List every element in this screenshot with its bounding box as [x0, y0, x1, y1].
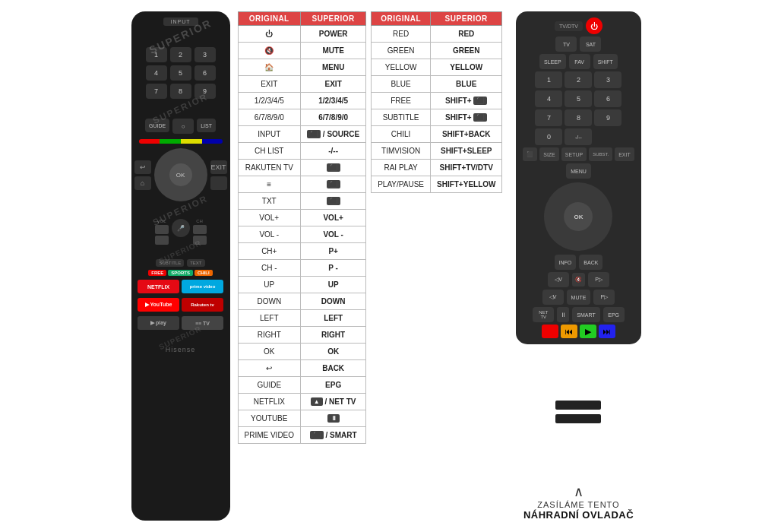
tv-sat-row: TV SAT: [555, 36, 601, 52]
vol-row-2: ◁V MUTE P▷: [542, 290, 615, 305]
rr-num-0[interactable]: 0: [535, 128, 562, 145]
num-8[interactable]: 8: [170, 84, 191, 99]
num-4[interactable]: 4: [146, 65, 167, 81]
pause-icon-btn[interactable]: ⏸: [557, 307, 569, 322]
sleep-btn[interactable]: SLEEP: [539, 54, 566, 69]
rr-num-8[interactable]: 8: [565, 109, 592, 126]
rr-num-5[interactable]: 5: [565, 90, 592, 107]
table-row: BLUEBLUE: [372, 76, 502, 93]
list-button[interactable]: LIST: [197, 119, 216, 132]
red-btn-rr[interactable]: [542, 325, 558, 338]
circle-btn[interactable]: ○: [172, 119, 194, 134]
tv-btn[interactable]: ≡≡ TV: [182, 316, 223, 330]
color-row-rr: ⏮ ▶ ⏭: [542, 325, 615, 338]
chili-btn[interactable]: CHILI: [194, 270, 213, 276]
ok-btn-rr[interactable]: OK: [564, 202, 593, 231]
source-btn[interactable]: ⬛: [523, 147, 537, 161]
right-section: TV/DTV ⏻ TV SAT SLEEP FAV SHIFT 1 2 3 4 …: [510, 11, 647, 521]
left-remote: INPUT SUPERIOR 1 2 3 4 5 6 7 8 9 SUPERIO…: [131, 11, 230, 521]
rr-num-6[interactable]: 6: [594, 90, 621, 107]
info-btn[interactable]: INFO: [555, 255, 577, 270]
ok-button[interactable]: OK: [169, 163, 192, 186]
youtube-btn[interactable]: ▶ YouTube: [138, 298, 179, 312]
mic-btn[interactable]: 🎤: [172, 219, 190, 237]
play-btn[interactable]: ▶ play: [138, 316, 179, 330]
table-row: FREESHIFT+ ⬛: [372, 93, 502, 109]
table-row: GREENGREEN: [372, 43, 502, 59]
table-row: YELLOWYELLOW: [372, 59, 502, 76]
tv-btn-rr[interactable]: TV: [555, 36, 577, 52]
exit-btn-lr[interactable]: EXIT: [210, 160, 227, 174]
setup-btn[interactable]: SETUP: [561, 147, 587, 161]
shift-btn[interactable]: SHIFT: [593, 54, 618, 69]
menu-source-row: MENU: [566, 163, 591, 179]
menu-btn-rr[interactable]: MENU: [566, 163, 591, 179]
smart-btn[interactable]: SMART: [572, 307, 599, 322]
table-row: 🔇MUTE: [238, 43, 366, 59]
rr-num-3[interactable]: 3: [594, 71, 621, 88]
pg-up-2[interactable]: P▷: [593, 290, 615, 305]
fav-btn[interactable]: FAV: [569, 54, 590, 69]
rr-num-1[interactable]: 1: [535, 71, 562, 88]
zasílame-text: ZASÍLÁME TENTO: [523, 500, 634, 509]
table-row: 🏠MENU: [238, 59, 366, 76]
rr-num-dash[interactable]: -/--: [565, 128, 592, 145]
rakuten-btn[interactable]: Rakuten tv: [182, 298, 223, 312]
size-btn[interactable]: SIZE: [539, 147, 559, 161]
vol-down-1[interactable]: ◁V: [548, 272, 569, 287]
blue-btn-rr[interactable]: ⏭: [599, 325, 615, 338]
power-button[interactable]: ⏻: [586, 17, 602, 34]
home-btn[interactable]: ⌂: [134, 176, 151, 190]
sports-btn[interactable]: SPORTS: [168, 270, 193, 276]
exit-btn-rr[interactable]: EXIT: [615, 147, 634, 161]
table-row: REDRED: [372, 26, 502, 43]
table-1: ORIGINAL SUPERIOR ⏻POWER 🔇MUTE 🏠MENU EXI…: [238, 11, 367, 444]
num-6[interactable]: 6: [194, 65, 216, 81]
table-row: DOWNDOWN: [238, 293, 366, 310]
prime-btn[interactable]: prime video: [182, 280, 223, 293]
rr-dpad[interactable]: OK: [544, 182, 612, 251]
back-btn-rr[interactable]: BACK: [579, 255, 602, 270]
table-row: TXT⬛: [238, 193, 366, 210]
table-row: ≡⬛: [238, 176, 366, 193]
green-btn-rr[interactable]: ▶: [580, 325, 596, 338]
netflix-btn[interactable]: NETFLIX: [138, 280, 179, 293]
vol-down[interactable]: [155, 236, 169, 245]
num-5[interactable]: 5: [170, 65, 191, 81]
table-row: SUBTITLESHIFT+ ⬛: [372, 109, 502, 126]
rr-num-2[interactable]: 2: [565, 71, 592, 88]
mute-btn-rr[interactable]: MUTE: [567, 290, 591, 305]
table-row: TIMVISIONSHIFT+SLEEP: [372, 143, 502, 160]
placeholder-btn: [210, 176, 227, 190]
ch-up[interactable]: [193, 225, 207, 234]
rr-num-4[interactable]: 4: [535, 90, 562, 107]
subst-btn[interactable]: SUBST.: [589, 147, 612, 161]
table-row: ⏻POWER: [238, 26, 366, 43]
rr-numpad: 1 2 3 4 5 6 7 8 9 0 -/--: [535, 71, 621, 145]
vol-down-2[interactable]: ◁V: [542, 290, 564, 305]
equals-section: [555, 401, 601, 423]
text-btn[interactable]: TEXT: [187, 259, 204, 267]
dpad[interactable]: OK: [154, 148, 207, 201]
free-btn[interactable]: FREE: [148, 270, 166, 276]
num-3[interactable]: 3: [194, 47, 216, 62]
equals-bar-2: [555, 414, 601, 423]
color-bar: [139, 139, 223, 144]
net-tv-btn[interactable]: NETTV: [533, 307, 554, 322]
rr-num-7[interactable]: 7: [535, 109, 562, 126]
num-2[interactable]: 2: [170, 47, 191, 62]
sat-btn[interactable]: SAT: [580, 36, 601, 52]
num-7[interactable]: 7: [146, 84, 167, 99]
table-row: PRIME VIDEO⬛ / SMART: [238, 427, 366, 444]
pg-up-1[interactable]: P▷: [588, 272, 609, 287]
table1-body: ⏻POWER 🔇MUTE 🏠MENU EXITEXIT 1/2/3/4/51/2…: [238, 26, 366, 444]
orange-btn-rr[interactable]: ⏮: [561, 325, 577, 338]
back-btn[interactable]: ↩: [134, 160, 151, 174]
table-row: EXITEXIT: [238, 76, 366, 93]
table-row: VOL+VOL+: [238, 210, 366, 226]
rr-num-9[interactable]: 9: [594, 109, 621, 126]
arrow-up-icon: ∧: [523, 483, 634, 500]
tv-dtv-btn[interactable]: TV/DTV: [555, 21, 583, 31]
mute-icon-btn[interactable]: 🔇: [572, 273, 585, 287]
epg-btn[interactable]: EPG: [603, 307, 625, 322]
